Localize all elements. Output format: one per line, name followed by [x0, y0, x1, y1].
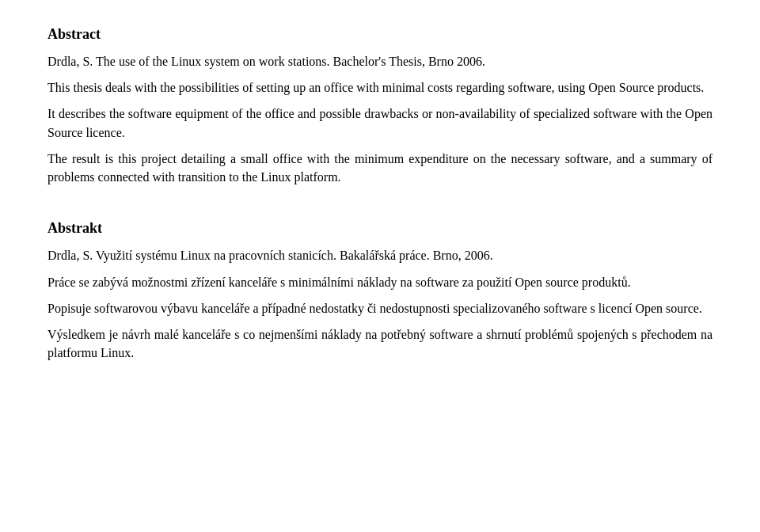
abstract-paragraph-1: Drdla, S. The use of the Linux system on… — [48, 52, 712, 70]
abstrakt-paragraph-1: Drdla, S. Využití systému Linux na praco… — [48, 246, 712, 264]
abstract-paragraph-2: This thesis deals with the possibilities… — [48, 78, 712, 97]
abstrakt-heading: Abstrakt — [48, 218, 712, 238]
abstrakt-section: Abstrakt Drdla, S. Využití systému Linux… — [48, 218, 712, 362]
abstract-heading: Abstract — [48, 24, 712, 44]
abstrakt-paragraph-3: Popisuje softwarovou výbavu kanceláře a … — [48, 299, 712, 317]
abstrakt-paragraph-2: Práce se zabývá možnostmi zřízení kancel… — [48, 273, 712, 291]
abstract-paragraph-3: It describes the software equipment of t… — [48, 104, 712, 141]
abstract-section: Abstract Drdla, S. The use of the Linux … — [48, 24, 712, 186]
abstract-paragraph-4: The result is this project detailing a s… — [48, 150, 712, 186]
abstrakt-paragraph-4: Výsledkem je návrh malé kanceláře s co n… — [48, 325, 712, 362]
